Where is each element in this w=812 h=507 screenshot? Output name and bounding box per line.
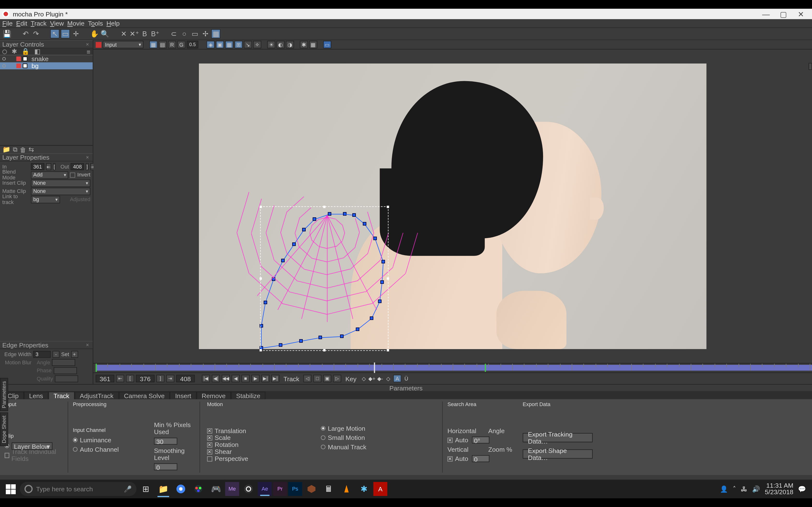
smoothing-field[interactable]: 0 (154, 463, 177, 470)
channel-g-icon[interactable]: G (177, 41, 186, 48)
layer-color-swatch[interactable] (16, 63, 21, 68)
overlay-a-icon[interactable]: ◐ (276, 41, 285, 48)
alpha-toggle-icon[interactable]: ▤ (158, 41, 167, 48)
edge-plus-icon[interactable]: + (71, 351, 78, 358)
in-field[interactable]: 361 (31, 163, 45, 170)
set-out-icon[interactable]: ⇥ (166, 375, 174, 382)
brightness-icon[interactable]: ☀ (267, 41, 275, 48)
layer-menu-icon[interactable]: ≡ (87, 48, 91, 55)
export-tracking-button[interactable]: Export Tracking Data… (523, 433, 593, 443)
motion-check-shear[interactable]: ✕Shear (207, 448, 316, 455)
stabilize-view-icon[interactable]: ✱ (300, 41, 308, 48)
clock[interactable]: 11:31 AM5/23/2018 (765, 483, 794, 495)
magnetic-tool-icon[interactable]: ⊂ (169, 29, 179, 39)
checkbox-icon[interactable]: ✕ (207, 428, 212, 433)
overlay-b-icon[interactable]: ◑ (286, 41, 294, 48)
side-tab-parameters[interactable]: Parameters (0, 378, 8, 411)
menu-view[interactable]: View (50, 20, 64, 27)
freehand-tool-icon[interactable]: ○ (180, 29, 189, 39)
autokey-icon[interactable]: A (393, 375, 401, 382)
marquee-tool-icon[interactable]: ▭ (61, 29, 70, 39)
maximize-button[interactable]: ▢ (775, 9, 792, 19)
show-surface-icon[interactable]: ▣ (216, 41, 224, 48)
layer-matte-swatch[interactable] (23, 63, 27, 68)
track-frame-icon[interactable]: ▣ (323, 375, 331, 382)
premiere-icon[interactable]: Pr (273, 482, 287, 496)
step-back-icon[interactable]: ◀| (212, 375, 220, 382)
prev-frame-icon[interactable]: ◀ (232, 375, 240, 382)
vert-auto-checkbox[interactable]: ✕ (447, 456, 453, 461)
vlc-icon[interactable] (338, 481, 355, 497)
key-add-icon[interactable]: ◆+ (369, 376, 375, 382)
folder-icon[interactable]: 📁 (2, 146, 11, 153)
show-spline-icon[interactable]: ◈ (206, 41, 215, 48)
mudbox-icon[interactable] (303, 481, 320, 497)
panel-close-icon[interactable]: × (85, 41, 90, 47)
taskbar-search[interactable]: Type here to search 🎤 (20, 482, 137, 496)
blend-mode-dropdown[interactable]: Add (31, 171, 69, 178)
show-grid-icon[interactable]: ▦ (225, 41, 234, 48)
play-back-icon[interactable]: ◀◀ (221, 375, 230, 382)
checkbox-icon[interactable]: ✕ (207, 435, 212, 440)
file-explorer-icon[interactable]: 📁 (155, 481, 171, 497)
zoom-ratio[interactable]: 0.5 (187, 41, 198, 48)
checkbox-icon[interactable] (207, 456, 212, 461)
clip-dropdown[interactable]: Layer Below▾ (12, 442, 52, 450)
out-field[interactable]: 408 (71, 163, 84, 170)
tab-stabilize[interactable]: Stabilize (231, 392, 266, 399)
layer-name[interactable]: bg (32, 62, 39, 69)
xspline-add-icon[interactable]: ✕⁺ (130, 29, 139, 39)
track-stop-icon[interactable]: □ (313, 375, 321, 382)
show-trace-icon[interactable]: ⟡ (253, 41, 261, 48)
minpix-field[interactable]: 30 (154, 438, 177, 445)
layer-color-swatch[interactable] (16, 56, 21, 61)
minimize-button[interactable]: — (757, 9, 774, 19)
tab-insert[interactable]: Insert (170, 392, 197, 399)
save-icon[interactable]: 💾 (2, 29, 12, 39)
undo-icon[interactable]: ↶ (21, 29, 31, 39)
key-next-icon[interactable]: ◇ (385, 376, 392, 382)
group-icon[interactable]: ⇆ (29, 146, 34, 153)
frame-out[interactable]: 408 (176, 375, 195, 382)
acrobat-icon[interactable]: A (373, 482, 388, 496)
frame-current[interactable]: 361 (96, 375, 114, 382)
planar-surface-icon[interactable]: ▦ (211, 29, 221, 39)
show-tangents-icon[interactable]: ↘ (244, 41, 252, 48)
matte-clip-dropdown[interactable]: None (31, 187, 90, 195)
motion-check-rotation[interactable]: ✕Rotation (207, 441, 316, 448)
tab-track[interactable]: Track (48, 392, 75, 399)
in-set-start-icon[interactable]: ⇤ (46, 163, 51, 170)
layer-matte-swatch[interactable] (23, 56, 27, 61)
goto-start-icon[interactable]: |◀ (202, 375, 210, 382)
key-del-icon[interactable]: ◆- (377, 376, 383, 382)
viewport[interactable] (93, 50, 812, 363)
large-motion-radio[interactable] (321, 426, 325, 431)
luminance-radio[interactable] (73, 438, 78, 442)
bracket-out-icon[interactable]: ] (156, 375, 164, 382)
selection-bounding-box[interactable] (260, 206, 389, 351)
insert-clip-dropdown[interactable]: None (31, 179, 90, 187)
delete-icon[interactable]: 🗑 (20, 146, 27, 153)
rgb-toggle-icon[interactable]: ▦ (149, 41, 158, 48)
network-icon[interactable]: 🖧 (741, 486, 748, 493)
show-mesh-icon[interactable]: ⊞ (235, 41, 243, 48)
tab-remove[interactable]: Remove (197, 392, 231, 399)
horiz-auto-checkbox[interactable]: ✕ (447, 438, 453, 443)
add-point-tool-icon[interactable]: ✛ (71, 29, 81, 39)
layer-row[interactable]: bg (0, 62, 93, 69)
rectangle-tool-icon[interactable]: ▭ (190, 29, 200, 39)
app-icon-1[interactable]: 🎮 (208, 481, 224, 497)
motion-check-perspective[interactable]: Perspective (207, 455, 316, 462)
motion-check-scale[interactable]: ✕Scale (207, 434, 316, 441)
frame-mid[interactable]: 376 (136, 375, 154, 382)
view-dropdown[interactable]: Input (103, 41, 144, 48)
safe-zone-icon[interactable]: ▭ (323, 41, 331, 48)
layer-row[interactable]: snake (0, 55, 93, 62)
menu-tools[interactable]: Tools (88, 20, 103, 27)
visibility-toggle-icon[interactable] (2, 57, 6, 60)
next-frame-icon[interactable]: ▶| (261, 375, 269, 382)
duplicate-icon[interactable]: ⧉ (13, 146, 17, 153)
visibility-toggle-icon[interactable] (2, 64, 6, 67)
in-set-icon[interactable]: [ (53, 163, 56, 170)
panel-close-icon[interactable]: × (85, 342, 90, 348)
